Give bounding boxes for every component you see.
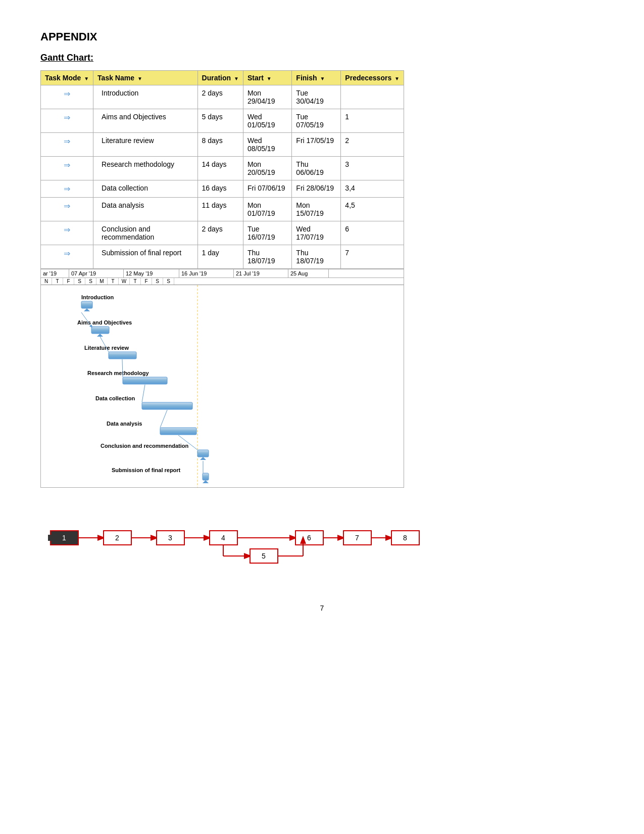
month-label-4: 21 Jul '19	[234, 269, 288, 277]
task-start-cell: Mon 29/04/19	[243, 85, 291, 109]
col-header-finish[interactable]: Finish ▼	[292, 71, 341, 85]
task-duration-cell: 16 days	[197, 180, 243, 198]
svg-rect-2	[81, 301, 92, 308]
month-label-2: 12 May '19	[124, 269, 179, 277]
table-row: ⇒Submission of final report1 dayThu 18/0…	[41, 245, 404, 269]
appendix-title: APPENDIX	[40, 30, 604, 43]
svg-rect-14	[160, 428, 196, 435]
day-T3: T	[130, 278, 141, 285]
day-F2: F	[141, 278, 152, 285]
task-name-cell: Introduction	[93, 85, 197, 109]
col-header-start[interactable]: Start ▼	[243, 71, 291, 85]
day-W: W	[119, 278, 130, 285]
task-name-cell: Data collection	[93, 180, 197, 198]
task-finish-cell: Tue 07/05/19	[292, 109, 341, 133]
task-mode-icon: ⇒	[64, 184, 70, 194]
day-S3: S	[152, 278, 163, 285]
gantt-visual-area: ar '19 07 Apr '19 12 May '19 16 Jun '19 …	[40, 269, 404, 488]
day-S1: S	[74, 278, 85, 285]
svg-text:Conclusion and recommendation: Conclusion and recommendation	[101, 443, 188, 449]
svg-marker-17	[200, 457, 206, 460]
task-duration-cell: 11 days	[197, 198, 243, 221]
svg-line-25	[160, 410, 167, 428]
svg-text:Submission of final report: Submission of final report	[112, 467, 181, 473]
svg-text:6: 6	[307, 534, 311, 542]
table-row: ⇒Data analysis11 daysMon 01/07/19Mon 15/…	[41, 198, 404, 221]
task-start-cell: Mon 01/07/19	[243, 198, 291, 221]
table-row: ⇒Conclusion and recommendation2 daysTue …	[41, 221, 404, 245]
task-mode-cell: ⇒	[41, 109, 93, 133]
col-header-task-mode[interactable]: Task Mode ▼	[41, 71, 93, 85]
svg-marker-6	[97, 334, 103, 337]
task-name-cell: Literature review	[93, 133, 197, 157]
svg-text:Introduction: Introduction	[81, 294, 114, 300]
task-name-cell: Data analysis	[93, 198, 197, 221]
svg-text:7: 7	[355, 534, 359, 542]
gantt-svg: Introduction Aims and Objectives Literat…	[41, 285, 404, 487]
col-header-task-name[interactable]: Task Name ▼	[93, 71, 197, 85]
svg-marker-20	[203, 480, 209, 483]
day-N: N	[41, 278, 52, 285]
task-mode-cell: ⇒	[41, 198, 93, 221]
table-row: ⇒Data collection16 daysFri 07/06/19Fri 2…	[41, 180, 404, 198]
task-predecessors-cell: 7	[341, 245, 404, 269]
day-T2: T	[108, 278, 119, 285]
svg-text:Research methodology: Research methodology	[87, 370, 150, 376]
task-mode-icon: ⇒	[64, 136, 70, 146]
task-duration-cell: 2 days	[197, 221, 243, 245]
task-duration-cell: 2 days	[197, 85, 243, 109]
network-svg: 1 2 3 4 5 6 7	[40, 503, 444, 584]
table-row: ⇒Literature review8 daysWed 08/05/19Fri …	[41, 133, 404, 157]
task-start-cell: Tue 16/07/19	[243, 221, 291, 245]
task-start-cell: Wed 01/05/19	[243, 109, 291, 133]
task-mode-cell: ⇒	[41, 85, 93, 109]
gantt-month-header: ar '19 07 Apr '19 12 May '19 16 Jun '19 …	[41, 269, 404, 278]
svg-text:3: 3	[168, 534, 172, 542]
task-duration-cell: 5 days	[197, 109, 243, 133]
table-row: ⇒Aims and Objectives5 daysWed 01/05/19Tu…	[41, 109, 404, 133]
svg-text:5: 5	[262, 552, 266, 560]
col-header-duration[interactable]: Duration ▼	[197, 71, 243, 85]
svg-text:Data collection: Data collection	[95, 395, 135, 401]
task-finish-cell: Fri 17/05/19	[292, 133, 341, 157]
task-start-cell: Wed 08/05/19	[243, 133, 291, 157]
day-S4: S	[163, 278, 174, 285]
task-finish-cell: Fri 28/06/19	[292, 180, 341, 198]
task-mode-cell: ⇒	[41, 157, 93, 180]
task-mode-cell: ⇒	[41, 245, 93, 269]
table-row: ⇒Research methodology14 daysMon 20/05/19…	[41, 157, 404, 180]
gantt-days-row: N T F S S M T W T F S S	[41, 278, 404, 285]
task-mode-icon: ⇒	[64, 225, 70, 235]
task-mode-icon: ⇒	[64, 249, 70, 258]
svg-text:Aims and Objectives: Aims and Objectives	[77, 319, 132, 326]
svg-rect-19	[203, 473, 209, 480]
svg-rect-10	[123, 377, 167, 384]
task-name-cell: Conclusion and recommendation	[93, 221, 197, 245]
day-M: M	[96, 278, 108, 285]
svg-text:8: 8	[403, 534, 407, 542]
table-row: ⇒Introduction2 daysMon 29/04/19Tue 30/04…	[41, 85, 404, 109]
day-S2: S	[85, 278, 96, 285]
month-label-5: 25 Aug	[288, 269, 329, 277]
svg-rect-5	[91, 327, 109, 334]
task-mode-icon: ⇒	[64, 201, 70, 211]
col-header-predecessors[interactable]: Predecessors ▼	[341, 71, 404, 85]
task-mode-cell: ⇒	[41, 180, 93, 198]
svg-text:2: 2	[115, 534, 119, 542]
network-diagram: 1 2 3 4 5 6 7	[40, 503, 404, 584]
gantt-chart-heading: Gantt Chart:	[40, 53, 604, 63]
task-mode-icon: ⇒	[64, 160, 70, 170]
task-predecessors-cell: 3	[341, 157, 404, 180]
task-name-cell: Research methodology	[93, 157, 197, 180]
svg-rect-8	[109, 352, 136, 359]
task-start-cell: Mon 20/05/19	[243, 157, 291, 180]
gantt-table: Task Mode ▼ Task Name ▼ Duration ▼ Start…	[40, 70, 404, 269]
task-name-cell: Aims and Objectives	[93, 109, 197, 133]
task-finish-cell: Thu 06/06/19	[292, 157, 341, 180]
task-mode-cell: ⇒	[41, 133, 93, 157]
task-finish-cell: Wed 17/07/19	[292, 221, 341, 245]
task-predecessors-cell: 4,5	[341, 198, 404, 221]
task-start-cell: Thu 18/07/19	[243, 245, 291, 269]
day-F: F	[63, 278, 74, 285]
svg-rect-12	[142, 402, 192, 409]
